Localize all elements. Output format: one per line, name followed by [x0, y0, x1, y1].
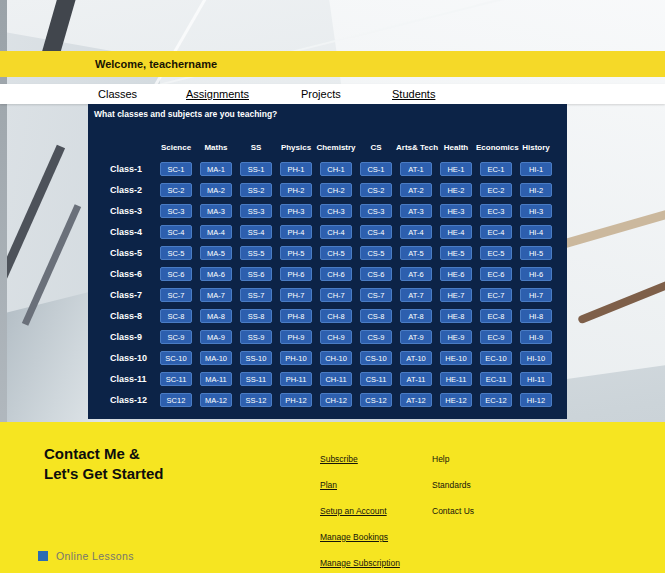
class-subject-button[interactable]: HI-12 — [520, 393, 552, 407]
class-subject-button[interactable]: AT-3 — [400, 204, 432, 218]
class-subject-button[interactable]: CH-12 — [320, 393, 352, 407]
class-subject-button[interactable]: MA-8 — [200, 309, 232, 323]
class-subject-button[interactable]: EC-6 — [480, 267, 512, 281]
class-subject-button[interactable]: PH-5 — [280, 246, 312, 260]
brand[interactable]: Online Lessons — [38, 550, 134, 562]
class-subject-button[interactable]: CS-4 — [360, 225, 392, 239]
class-subject-button[interactable]: EC-3 — [480, 204, 512, 218]
class-subject-button[interactable]: SS-4 — [240, 225, 272, 239]
class-subject-button[interactable]: SS-6 — [240, 267, 272, 281]
class-subject-button[interactable]: CS-5 — [360, 246, 392, 260]
class-subject-button[interactable]: HE-10 — [440, 351, 472, 365]
class-subject-button[interactable]: SC-10 — [160, 351, 192, 365]
footer-link[interactable]: Manage Subscription — [320, 558, 400, 568]
class-subject-button[interactable]: EC-9 — [480, 330, 512, 344]
tab-assignments[interactable]: Assignments — [186, 84, 249, 104]
class-subject-button[interactable]: CH-7 — [320, 288, 352, 302]
class-subject-button[interactable]: HE-7 — [440, 288, 472, 302]
class-subject-button[interactable]: SS-5 — [240, 246, 272, 260]
class-subject-button[interactable]: EC-12 — [480, 393, 512, 407]
class-subject-button[interactable]: CH-10 — [320, 351, 352, 365]
class-subject-button[interactable]: MA-4 — [200, 225, 232, 239]
class-subject-button[interactable]: SC-4 — [160, 225, 192, 239]
class-subject-button[interactable]: CH-8 — [320, 309, 352, 323]
class-subject-button[interactable]: CS-11 — [360, 372, 392, 386]
class-subject-button[interactable]: EC-2 — [480, 183, 512, 197]
class-subject-button[interactable]: AT-1 — [400, 162, 432, 176]
class-subject-button[interactable]: CH-1 — [320, 162, 352, 176]
class-subject-button[interactable]: PH-3 — [280, 204, 312, 218]
class-subject-button[interactable]: HE-9 — [440, 330, 472, 344]
footer-link[interactable]: Plan — [320, 480, 337, 490]
class-subject-button[interactable]: MA-2 — [200, 183, 232, 197]
class-subject-button[interactable]: HI-2 — [520, 183, 552, 197]
class-subject-button[interactable]: HE-1 — [440, 162, 472, 176]
class-subject-button[interactable]: MA-7 — [200, 288, 232, 302]
class-subject-button[interactable]: HE-5 — [440, 246, 472, 260]
class-subject-button[interactable]: AT-6 — [400, 267, 432, 281]
class-subject-button[interactable]: SS-9 — [240, 330, 272, 344]
class-subject-button[interactable]: HI-11 — [520, 372, 552, 386]
class-subject-button[interactable]: CS-12 — [360, 393, 392, 407]
footer-link[interactable]: Standards — [432, 480, 471, 490]
class-subject-button[interactable]: AT-12 — [400, 393, 432, 407]
footer-link[interactable]: Help — [432, 454, 449, 464]
class-subject-button[interactable]: EC-4 — [480, 225, 512, 239]
class-subject-button[interactable]: SC-2 — [160, 183, 192, 197]
footer-link[interactable]: Setup an Account — [320, 506, 387, 516]
class-subject-button[interactable]: SC-7 — [160, 288, 192, 302]
class-subject-button[interactable]: HE-3 — [440, 204, 472, 218]
class-subject-button[interactable]: PH-9 — [280, 330, 312, 344]
class-subject-button[interactable]: SS-10 — [240, 351, 272, 365]
class-subject-button[interactable]: PH-11 — [280, 372, 312, 386]
class-subject-button[interactable]: EC-11 — [480, 372, 512, 386]
tab-classes[interactable]: Classes — [98, 84, 137, 104]
class-subject-button[interactable]: CH-2 — [320, 183, 352, 197]
class-subject-button[interactable]: CH-11 — [320, 372, 352, 386]
class-subject-button[interactable]: HI-10 — [520, 351, 552, 365]
class-subject-button[interactable]: SS-8 — [240, 309, 272, 323]
class-subject-button[interactable]: EC-10 — [480, 351, 512, 365]
class-subject-button[interactable]: HE-4 — [440, 225, 472, 239]
class-subject-button[interactable]: PH-10 — [280, 351, 312, 365]
footer-link[interactable]: Contact Us — [432, 506, 474, 516]
class-subject-button[interactable]: SC-9 — [160, 330, 192, 344]
class-subject-button[interactable]: HI-5 — [520, 246, 552, 260]
class-subject-button[interactable]: HE-2 — [440, 183, 472, 197]
class-subject-button[interactable]: HI-1 — [520, 162, 552, 176]
class-subject-button[interactable]: SS-7 — [240, 288, 272, 302]
class-subject-button[interactable]: PH-1 — [280, 162, 312, 176]
class-subject-button[interactable]: MA-5 — [200, 246, 232, 260]
class-subject-button[interactable]: AT-9 — [400, 330, 432, 344]
class-subject-button[interactable]: MA-10 — [200, 351, 232, 365]
class-subject-button[interactable]: HI-8 — [520, 309, 552, 323]
class-subject-button[interactable]: SS-11 — [240, 372, 272, 386]
class-subject-button[interactable]: PH-2 — [280, 183, 312, 197]
class-subject-button[interactable]: AT-11 — [400, 372, 432, 386]
class-subject-button[interactable]: SS-12 — [240, 393, 272, 407]
class-subject-button[interactable]: HE-6 — [440, 267, 472, 281]
class-subject-button[interactable]: MA-3 — [200, 204, 232, 218]
class-subject-button[interactable]: CS-10 — [360, 351, 392, 365]
class-subject-button[interactable]: MA-11 — [200, 372, 232, 386]
class-subject-button[interactable]: HI-9 — [520, 330, 552, 344]
footer-link[interactable]: Manage Bookings — [320, 532, 388, 542]
class-subject-button[interactable]: AT-4 — [400, 225, 432, 239]
class-subject-button[interactable]: MA-12 — [200, 393, 232, 407]
class-subject-button[interactable]: MA-6 — [200, 267, 232, 281]
tab-projects[interactable]: Projects — [301, 84, 341, 104]
class-subject-button[interactable]: AT-10 — [400, 351, 432, 365]
class-subject-button[interactable]: AT-2 — [400, 183, 432, 197]
class-subject-button[interactable]: SC-8 — [160, 309, 192, 323]
class-subject-button[interactable]: SC-6 — [160, 267, 192, 281]
class-subject-button[interactable]: HE-11 — [440, 372, 472, 386]
class-subject-button[interactable]: CS-8 — [360, 309, 392, 323]
class-subject-button[interactable]: HE-12 — [440, 393, 472, 407]
class-subject-button[interactable]: CS-9 — [360, 330, 392, 344]
class-subject-button[interactable]: HI-4 — [520, 225, 552, 239]
class-subject-button[interactable]: CS-1 — [360, 162, 392, 176]
class-subject-button[interactable]: PH-7 — [280, 288, 312, 302]
footer-link[interactable]: Subscribe — [320, 454, 358, 464]
class-subject-button[interactable]: PH-4 — [280, 225, 312, 239]
class-subject-button[interactable]: CH-5 — [320, 246, 352, 260]
